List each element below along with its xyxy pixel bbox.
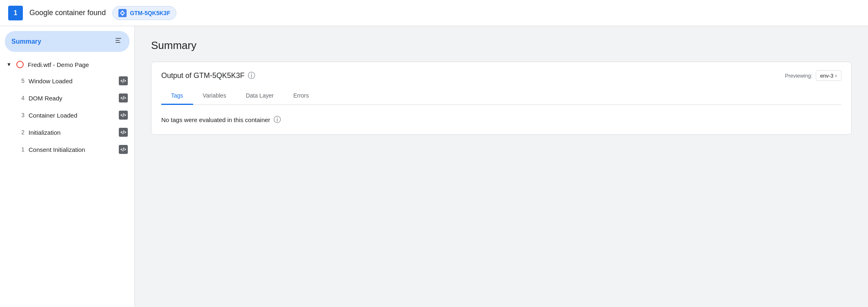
event-label: Initialization: [29, 129, 115, 136]
sidebar-page-name: Fredi.wtf - Demo Page: [28, 61, 89, 68]
svg-rect-2: [116, 40, 120, 41]
sidebar-page-item[interactable]: ▼ Fredi.wtf - Demo Page: [0, 57, 134, 72]
event-label: Consent Initialization: [29, 146, 115, 153]
sidebar-event-item[interactable]: 1 Consent Initialization: [0, 141, 134, 158]
event-label: Container Loaded: [29, 112, 115, 119]
info-circle-icon[interactable]: ⓘ: [274, 115, 281, 125]
output-card-header: Output of GTM-5QK5K3F ⓘ Previewing: env-…: [151, 62, 851, 81]
top-bar-title: Google container found: [29, 9, 106, 17]
output-card: Output of GTM-5QK5K3F ⓘ Previewing: env-…: [151, 62, 852, 135]
output-card-title: Output of GTM-5QK5K3F ⓘ: [161, 71, 255, 80]
sidebar-events-list: 5 Window Loaded 4 DOM Ready 3 Container …: [0, 72, 134, 158]
gtm-id-badge[interactable]: GTM-5QK5K3F: [112, 6, 176, 20]
tab-tags[interactable]: Tags: [161, 87, 193, 105]
svg-rect-1: [116, 38, 121, 39]
container-count-badge: 1: [8, 6, 23, 20]
preview-info: Previewing: env-3 ›: [785, 70, 841, 81]
expand-arrow-icon: ▼: [7, 62, 11, 67]
event-num: 4: [18, 95, 24, 101]
tab-variables[interactable]: Variables: [193, 87, 236, 105]
event-label: Window Loaded: [29, 78, 115, 85]
no-tags-message: No tags were evaluated in this container…: [161, 115, 841, 125]
preview-label: Previewing:: [785, 73, 812, 79]
event-code-icon: [119, 145, 128, 154]
event-label: DOM Ready: [29, 95, 115, 102]
chevron-right-icon: ›: [835, 72, 837, 79]
page-title: Summary: [151, 39, 852, 52]
output-card-title-text: Output of GTM-5QK5K3F: [161, 71, 245, 80]
help-icon[interactable]: ⓘ: [248, 71, 255, 80]
event-code-icon: [119, 76, 128, 85]
page-dot-icon: [16, 61, 24, 68]
event-num: 3: [18, 112, 24, 118]
event-code-icon: [119, 93, 128, 102]
tabs-bar: Tags Variables Data Layer Errors: [161, 87, 841, 105]
no-tags-text: No tags were evaluated in this container: [161, 116, 270, 123]
sidebar-event-item[interactable]: 4 DOM Ready: [0, 89, 134, 107]
gtm-id-text: GTM-5QK5K3F: [130, 10, 170, 16]
svg-rect-3: [116, 42, 120, 43]
env-badge[interactable]: env-3 ›: [816, 70, 841, 81]
sidebar-summary-label: Summary: [11, 38, 41, 45]
top-bar: 1 Google container found GTM-5QK5K3F: [0, 0, 868, 26]
tab-errors[interactable]: Errors: [283, 87, 318, 105]
gtm-logo-icon: [118, 9, 127, 17]
main-content: Summary Output of GTM-5QK5K3F ⓘ Previewi…: [135, 26, 868, 307]
tab-data-layer[interactable]: Data Layer: [236, 87, 283, 105]
event-num: 2: [18, 129, 24, 136]
event-code-icon: [119, 111, 128, 120]
tab-content-tags: No tags were evaluated in this container…: [151, 105, 851, 134]
env-badge-text: env-3: [820, 73, 834, 79]
event-num: 5: [18, 78, 24, 84]
sidebar-event-item[interactable]: 5 Window Loaded: [0, 72, 134, 89]
sidebar-summary-item[interactable]: Summary: [5, 31, 129, 52]
sidebar-event-item[interactable]: 2 Initialization: [0, 124, 134, 141]
event-code-icon: [119, 128, 128, 137]
sidebar-summary-icon: [114, 36, 123, 47]
main-layout: Summary ▼ Fredi.wtf - Demo Page 5 Window…: [0, 26, 868, 307]
event-num: 1: [18, 146, 24, 153]
sidebar-event-item[interactable]: 3 Container Loaded: [0, 107, 134, 124]
sidebar: Summary ▼ Fredi.wtf - Demo Page 5 Window…: [0, 26, 135, 307]
